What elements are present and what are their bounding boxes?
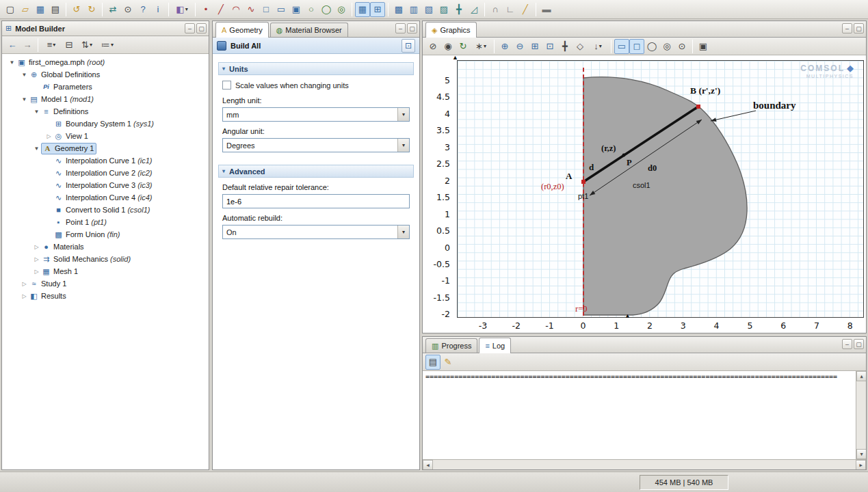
open-button[interactable]: ▱ <box>18 2 33 17</box>
expand-icon[interactable]: ▷ <box>32 244 41 250</box>
expand-icon[interactable]: ▷ <box>20 293 29 299</box>
new-file-button[interactable]: ▢ <box>3 2 18 17</box>
print-button[interactable]: ▤ <box>48 2 63 17</box>
snapshot-button[interactable]: ▣ <box>696 39 711 54</box>
automatic-rebuild-select[interactable]: On ▾ <box>222 225 410 239</box>
dropdown-arrow-icon[interactable]: ▾ <box>397 139 409 152</box>
tab-progress[interactable]: ▥ Progress <box>425 338 477 353</box>
draw-arc-tool[interactable]: ◠ <box>228 2 244 17</box>
draw-square-tool[interactable]: □ <box>259 2 274 17</box>
tree-item-point-1[interactable]: ▪Point 1(pt1) <box>2 216 209 228</box>
back-button[interactable]: ← <box>5 38 20 53</box>
expand-icon[interactable]: ▼ <box>20 96 29 102</box>
length-unit-select[interactable]: mm ▾ <box>222 107 410 122</box>
tree-item-interpolation-curve-4[interactable]: ∿Interpolation Curve 4(ic4) <box>2 191 209 204</box>
node-filter-button[interactable]: ≔▾ <box>97 38 118 53</box>
draw-stadium-tool[interactable]: ◎ <box>334 2 349 17</box>
knife-tool[interactable]: ╱ <box>518 2 533 17</box>
zoom-extents-button[interactable]: ⊡ <box>542 39 557 54</box>
color-button[interactable]: ◧▾ <box>172 2 192 17</box>
fillet-tool[interactable]: ∩ <box>488 2 503 17</box>
advanced-section-header[interactable]: ▾ Advanced <box>218 165 414 178</box>
repair-tolerance-input[interactable] <box>222 194 410 208</box>
scroll-down-button[interactable]: ▼ <box>856 449 866 459</box>
draw-rectangle-tool[interactable]: ▭ <box>274 2 289 17</box>
scale-values-checkbox-row[interactable]: Scale values when changing units <box>222 81 410 90</box>
tree-item-convert-to-solid[interactable]: ■Convert to Solid 1(csol1) <box>2 204 209 216</box>
select-point-button[interactable]: ⊙ <box>674 39 689 54</box>
panel-minimize-button[interactable]: – <box>185 23 195 33</box>
tree-item-geometry-1[interactable]: ▼AGeometry 1 <box>2 142 209 154</box>
panel-minimize-button[interactable]: – <box>842 339 852 349</box>
clip-button[interactable]: ⊘ <box>425 39 440 54</box>
tree-item-global-definitions[interactable]: ▼⊕Global Definitions <box>2 68 209 81</box>
tab-material-browser[interactable]: ◍ Material Browser <box>270 23 348 37</box>
select-domain-toggle[interactable]: ◻ <box>629 39 644 54</box>
dropdown-arrow-icon[interactable]: ▾ <box>397 226 409 238</box>
zoom-out-button[interactable]: ⊖ <box>512 39 527 54</box>
tree-item-interpolation-curve-3[interactable]: ∿Interpolation Curve 3(ic3) <box>2 179 209 191</box>
tree-item-model-1[interactable]: ▼▤Model 1(mod1) <box>2 93 209 105</box>
select-boundary-button[interactable]: ◯ <box>644 39 659 54</box>
redo-button[interactable]: ↻ <box>84 2 99 17</box>
expand-icon[interactable]: ▷ <box>44 133 53 139</box>
scroll-left-button[interactable]: ◀ <box>423 460 433 469</box>
log-table-button[interactable]: ▤ <box>425 355 440 370</box>
zoom-box-button[interactable]: ⊞ <box>527 39 542 54</box>
vertical-scrollbar[interactable]: ▲ ▼ <box>856 371 866 459</box>
draw-line-tool[interactable]: ╱ <box>213 2 228 17</box>
snap-toggle[interactable]: ⊞ <box>370 2 385 17</box>
scroll-up-button[interactable]: ▲ <box>856 371 866 381</box>
zoom-in-button[interactable]: ⊕ <box>497 39 512 54</box>
forward-button[interactable]: → <box>20 38 35 53</box>
horizontal-scrollbar[interactable]: ◀ ▶ <box>423 459 866 469</box>
build-all-button[interactable]: ⊡ <box>402 39 415 53</box>
transparency-button[interactable]: ◉ <box>440 39 456 54</box>
tab-graphics[interactable]: ◈ Graphics <box>425 22 477 38</box>
boolean-difference-tool[interactable]: ▧ <box>421 2 436 17</box>
panel-minimize-button[interactable]: – <box>395 23 406 33</box>
expand-icon[interactable]: ▼ <box>20 72 29 78</box>
expand-icon[interactable]: ▷ <box>32 269 41 275</box>
help-button[interactable]: ? <box>135 2 150 17</box>
view-orientation-button[interactable]: ↓▾ <box>588 39 608 54</box>
tree-item-results[interactable]: ▷◧Results <box>2 290 209 302</box>
tree-item-mesh-1[interactable]: ▷▦Mesh 1 <box>2 265 209 277</box>
default-view-button[interactable]: ◇ <box>573 39 588 54</box>
tree-item-parameters[interactable]: PiParameters <box>2 81 209 93</box>
expand-icon[interactable]: ▼ <box>8 59 16 66</box>
tree-item-solid-mechanics[interactable]: ▷⇉Solid Mechanics(solid) <box>2 253 209 265</box>
tab-log[interactable]: ≡ Log <box>479 338 511 353</box>
boolean-union-tool[interactable]: ▩ <box>391 2 406 17</box>
show-options-button[interactable]: ≡▾ <box>41 38 62 53</box>
tree-item-boundary-system[interactable]: ⊞Boundary System 1(sys1) <box>2 118 209 130</box>
tree-item-interpolation-curve-2[interactable]: ∿Interpolation Curve 2(ic2) <box>2 167 209 179</box>
panel-float-button[interactable]: ▢ <box>854 339 864 349</box>
undo-button[interactable]: ↺ <box>69 2 84 17</box>
tab-geometry[interactable]: A Geometry <box>215 22 269 38</box>
reset-button[interactable]: ⊙ <box>120 2 135 17</box>
refresh-button[interactable]: ↻ <box>456 39 471 54</box>
grid-toggle[interactable]: ▦ <box>355 2 370 17</box>
expand-icon[interactable]: ▼ <box>32 109 41 115</box>
units-section-header[interactable]: ▾ Units <box>218 62 414 75</box>
plot-area[interactable]: ▲ COMSOL◆ MULTIPHYSICS B (r',z') boundar… <box>457 60 864 318</box>
about-button[interactable]: i <box>150 2 166 17</box>
boolean-intersection-tool[interactable]: ▥ <box>406 2 421 17</box>
panel-minimize-button[interactable]: – <box>842 23 852 33</box>
array-tool[interactable]: ▨ <box>436 2 451 17</box>
tree-item-form-union[interactable]: ▩Form Union(fin) <box>2 228 209 241</box>
save-button[interactable]: ▦ <box>33 2 48 17</box>
tree-item-definitions[interactable]: ▼≡Definitions <box>2 105 209 118</box>
node-order-button[interactable]: ⇅▾ <box>77 38 97 53</box>
scale-tool[interactable]: ◿ <box>466 2 482 17</box>
scroll-right-button[interactable]: ▶ <box>856 460 866 469</box>
scale-values-checkbox[interactable] <box>222 81 231 90</box>
angular-unit-select[interactable]: Degrees ▾ <box>222 138 410 152</box>
log-output-area[interactable]: ========================================… <box>423 371 866 469</box>
expand-icon[interactable]: ▼ <box>32 146 41 152</box>
tree-item-view-1[interactable]: ▷◎View 1 <box>2 130 209 142</box>
tree-item-root[interactable]: ▼▣first_omega.mph(root) <box>2 56 209 68</box>
pan-button[interactable]: ╋ <box>557 39 573 54</box>
panel-float-button[interactable]: ▢ <box>196 23 207 33</box>
